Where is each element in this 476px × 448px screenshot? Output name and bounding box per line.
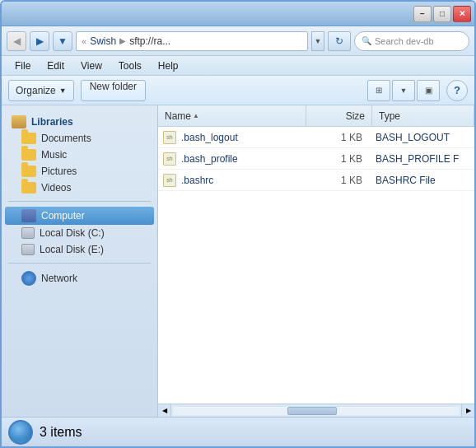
- local-disk-e-label: Local Disk (E:): [40, 244, 104, 255]
- network-label: Network: [41, 273, 77, 284]
- sidebar-section-libraries: Libraries: [5, 112, 154, 130]
- col-type-label: Type: [379, 110, 400, 122]
- file-area: Name ▲ Size Type sh .bash_logout 1 KB: [158, 105, 474, 417]
- address-path[interactable]: « Swish ▶ sftp://ra...: [76, 31, 308, 51]
- folder-icon: [21, 133, 36, 144]
- file-icon: sh: [163, 152, 176, 166]
- file-list[interactable]: sh .bash_logout 1 KB BASH_LOGOUT sh .bas…: [158, 127, 474, 404]
- refresh-icon: ↻: [335, 35, 343, 47]
- refresh-button[interactable]: ↻: [328, 31, 351, 51]
- view-dropdown-button[interactable]: ▼: [392, 80, 415, 101]
- file-icon-cell: sh: [158, 131, 181, 144]
- chevron-down-icon: ▼: [58, 35, 68, 47]
- drive-c-icon: [21, 227, 35, 239]
- file-icon: sh: [163, 174, 176, 187]
- scroll-right-button[interactable]: ▶: [461, 404, 474, 418]
- organize-label: Organize: [16, 85, 56, 96]
- file-name: .bashrc: [181, 175, 306, 186]
- drive-e-icon: [21, 244, 35, 255]
- sidebar-item-network[interactable]: Network: [5, 268, 154, 288]
- address-bar: ◀ ▶ ▼ « Swish ▶ sftp://ra... ▼ ↻ 🔍 Searc…: [2, 26, 474, 56]
- title-bar: − □ ✕: [2, 2, 474, 26]
- file-name: .bash_logout: [181, 132, 306, 143]
- col-size-label: Size: [346, 110, 365, 122]
- sidebar-item-documents[interactable]: Documents: [5, 130, 154, 147]
- search-icon: 🔍: [362, 36, 371, 45]
- view-dropdown-icon: ▼: [400, 86, 408, 95]
- col-name-label: Name: [165, 110, 191, 122]
- table-row[interactable]: sh .bash_profile 1 KB BASH_PROFILE F: [158, 148, 474, 170]
- menu-file[interactable]: File: [8, 58, 37, 73]
- search-placeholder: Search dev-db: [375, 36, 434, 46]
- pane-icon: ▣: [425, 86, 432, 95]
- new-folder-label: New folder: [90, 81, 137, 92]
- videos-label: Videos: [41, 182, 71, 194]
- pictures-label: Pictures: [41, 166, 77, 177]
- path-arrow-icon: ▶: [119, 36, 126, 45]
- sidebar-item-computer[interactable]: Computer: [5, 207, 154, 225]
- col-header-size[interactable]: Size: [306, 105, 372, 126]
- forward-button[interactable]: ▶: [30, 31, 49, 51]
- file-icon-cell: sh: [158, 152, 181, 166]
- local-disk-c-label: Local Disk (C:): [40, 227, 105, 239]
- sidebar-item-pictures[interactable]: Pictures: [5, 163, 154, 180]
- scroll-left-button[interactable]: ◀: [158, 404, 171, 418]
- status-globe-icon: [8, 420, 33, 445]
- menu-tools[interactable]: Tools: [112, 58, 148, 73]
- new-folder-button[interactable]: New folder: [81, 80, 146, 101]
- file-size: 1 KB: [306, 132, 372, 143]
- help-button[interactable]: ?: [446, 80, 468, 101]
- sidebar-scroll-area[interactable]: Libraries Documents Music Pictures Video…: [2, 105, 157, 417]
- path-sftp: sftp://ra...: [129, 35, 170, 47]
- explorer-window: − □ ✕ ◀ ▶ ▼ « Swish ▶ sftp://ra... ▼ ↻ 🔍: [0, 0, 476, 448]
- pane-button[interactable]: ▣: [417, 80, 440, 101]
- dropdown-nav-button[interactable]: ▼: [53, 31, 72, 51]
- col-header-name[interactable]: Name ▲: [158, 105, 306, 126]
- sidebar-item-videos[interactable]: Videos: [5, 180, 154, 196]
- sidebar-item-music[interactable]: Music: [5, 147, 154, 163]
- address-dropdown-icon: ▼: [315, 37, 322, 45]
- help-icon: ?: [454, 84, 460, 96]
- organize-button[interactable]: Organize ▼: [8, 80, 74, 101]
- menu-help[interactable]: Help: [152, 58, 185, 73]
- music-label: Music: [41, 149, 67, 161]
- minimize-button[interactable]: −: [413, 6, 432, 22]
- address-dropdown-button[interactable]: ▼: [311, 31, 324, 51]
- item-count: 3 items: [40, 425, 82, 440]
- table-row[interactable]: sh .bashrc 1 KB BASHRC File: [158, 170, 474, 191]
- folder-icon: [21, 182, 36, 194]
- path-swish: Swish: [90, 35, 116, 47]
- sidebar-item-local-c[interactable]: Local Disk (C:): [5, 225, 154, 241]
- sidebar-item-local-e[interactable]: Local Disk (E:): [5, 241, 154, 258]
- computer-icon: [21, 209, 36, 222]
- separator-2: [8, 263, 151, 264]
- maximize-button[interactable]: □: [433, 6, 451, 22]
- documents-label: Documents: [41, 133, 91, 144]
- view-mode-button[interactable]: ⊞: [367, 80, 390, 101]
- search-box[interactable]: 🔍 Search dev-db: [354, 31, 469, 51]
- close-button[interactable]: ✕: [453, 6, 471, 22]
- scroll-thumb[interactable]: [287, 407, 337, 415]
- file-size: 1 KB: [306, 175, 372, 186]
- forward-icon: ▶: [36, 35, 44, 47]
- horizontal-scrollbar[interactable]: ◀ ▶: [158, 404, 474, 417]
- toolbar: Organize ▼ New folder ⊞ ▼ ▣ ?: [2, 76, 474, 105]
- scroll-track[interactable]: [173, 407, 460, 415]
- view-mode-icon: ⊞: [376, 86, 382, 95]
- col-header-type[interactable]: Type: [372, 105, 474, 126]
- path-prefix: «: [82, 36, 86, 46]
- file-icon-cell: sh: [158, 174, 181, 187]
- file-size: 1 KB: [306, 153, 372, 165]
- sidebar: Libraries Documents Music Pictures Video…: [2, 105, 158, 417]
- menu-view[interactable]: View: [74, 58, 109, 73]
- organize-arrow-icon: ▼: [59, 86, 67, 95]
- libraries-label: Libraries: [31, 116, 73, 128]
- back-button[interactable]: ◀: [7, 31, 26, 51]
- table-row[interactable]: sh .bash_logout 1 KB BASH_LOGOUT: [158, 127, 474, 148]
- file-type: BASHRC File: [372, 175, 474, 186]
- folder-icon: [21, 149, 36, 161]
- status-bar: 3 items: [2, 417, 474, 446]
- separator: [8, 201, 151, 202]
- libraries-icon: [12, 115, 26, 128]
- menu-edit[interactable]: Edit: [40, 58, 71, 73]
